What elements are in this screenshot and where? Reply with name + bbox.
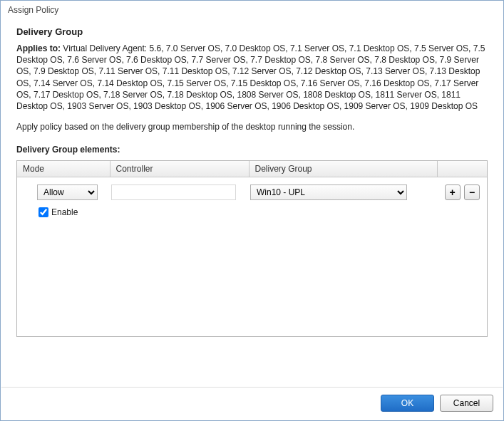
dialog-content: Delivery Group Applies to: Virtual Deliv… <box>1 16 503 341</box>
column-header-mode[interactable]: Mode <box>17 161 110 177</box>
section-heading: Delivery Group <box>16 26 488 37</box>
enable-checkbox[interactable] <box>38 207 48 217</box>
elements-grid: Mode Controller Delivery Group Allow <box>16 160 488 337</box>
column-header-delivery-group[interactable]: Delivery Group <box>249 161 437 177</box>
applies-to-text: Virtual Delivery Agent: 5.6, 7.0 Server … <box>16 43 485 111</box>
window-title: Assign Policy <box>1 1 503 16</box>
mode-select[interactable]: Allow <box>37 184 98 200</box>
policy-description: Apply policy based on the delivery group… <box>16 122 488 132</box>
ok-button[interactable]: OK <box>381 395 434 412</box>
column-header-controller[interactable]: Controller <box>110 161 249 177</box>
footer-separator <box>1 387 503 388</box>
enable-row: Enable <box>23 200 481 217</box>
delivery-group-select[interactable]: Win10 - UPL <box>250 184 407 200</box>
column-header-actions <box>437 161 487 177</box>
applies-to-label: Applies to: <box>16 43 61 53</box>
grid-header: Mode Controller Delivery Group <box>17 161 487 177</box>
controller-input[interactable] <box>111 184 236 200</box>
elements-heading: Delivery Group elements: <box>16 145 488 155</box>
grid-body: Allow Win10 - UPL + − Enable <box>17 177 487 224</box>
table-row: Allow Win10 - UPL + − <box>23 184 481 200</box>
remove-row-button[interactable]: − <box>464 184 480 200</box>
applies-to-block: Applies to: Virtual Delivery Agent: 5.6,… <box>16 43 488 112</box>
cancel-button[interactable]: Cancel <box>440 395 493 412</box>
dialog-footer: OK Cancel <box>381 395 493 412</box>
enable-label: Enable <box>51 207 78 217</box>
add-row-button[interactable]: + <box>445 184 461 200</box>
